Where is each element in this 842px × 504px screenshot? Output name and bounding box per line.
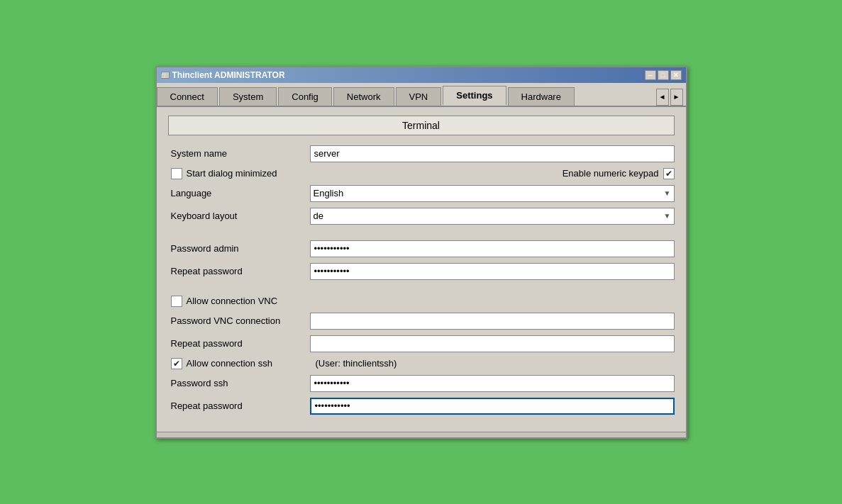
- tab-settings[interactable]: Settings: [443, 86, 506, 106]
- language-value: English: [314, 188, 664, 198]
- allow-ssh-label: Allow connection ssh: [187, 358, 272, 369]
- minimize-button[interactable]: ─: [645, 70, 656, 80]
- close-button[interactable]: ✕: [670, 70, 682, 80]
- tab-next-button[interactable]: ►: [670, 89, 683, 106]
- allow-vnc-label: Allow connection VNC: [187, 296, 278, 306]
- system-name-label: System name: [168, 148, 310, 159]
- keyboard-dropdown-arrow: ▼: [664, 212, 671, 220]
- tab-system[interactable]: System: [219, 87, 277, 106]
- keyboard-row: Keyboard layout de ▼: [168, 208, 675, 225]
- system-name-input[interactable]: [310, 145, 675, 162]
- allow-vnc-checkbox[interactable]: [171, 296, 182, 307]
- tab-connect[interactable]: Connect: [157, 87, 218, 106]
- enable-keypad-checkbox[interactable]: [663, 168, 675, 179]
- allow-ssh-row: Allow connection ssh (User: thinclientss…: [168, 358, 675, 369]
- language-dropdown[interactable]: English ▼: [310, 185, 675, 202]
- tab-network[interactable]: Network: [333, 87, 394, 106]
- repeat-password-row: Repeat password: [168, 263, 675, 280]
- tab-vpn[interactable]: VPN: [396, 87, 442, 106]
- tab-bar: Connect System Config Network VPN Settin…: [157, 83, 686, 107]
- repeat-password-vnc-input[interactable]: [310, 335, 675, 352]
- repeat-password-vnc-label: Repeat password: [168, 338, 310, 349]
- content-area: Terminal System name Start dialog minimi…: [157, 107, 686, 432]
- ssh-user-note: (User: thinclientssh): [316, 358, 397, 369]
- maximize-button[interactable]: □: [658, 70, 669, 80]
- password-ssh-label: Password ssh: [168, 378, 310, 388]
- start-dialog-label: Start dialog minimized: [187, 168, 277, 179]
- language-label: Language: [168, 188, 310, 198]
- repeat-password-vnc-row: Repeat password: [168, 335, 675, 352]
- title-bar-left: □ Thinclient ADMINISTRATOR: [161, 70, 285, 80]
- repeat-password-label: Repeat password: [168, 266, 310, 276]
- password-ssh-input[interactable]: [310, 375, 675, 392]
- password-admin-label: Password admin: [168, 243, 310, 254]
- tab-prev-button[interactable]: ◄: [656, 89, 669, 106]
- start-dialog-checkbox[interactable]: [171, 168, 182, 179]
- title-bar-controls: ─ □ ✕: [645, 70, 682, 80]
- main-window: □ Thinclient ADMINISTRATOR ─ □ ✕ Connect…: [155, 66, 687, 439]
- window-icon: □: [161, 72, 170, 79]
- allow-ssh-checkbox[interactable]: [171, 358, 182, 369]
- enable-keypad-label: Enable numeric keypad: [563, 168, 659, 179]
- start-dialog-group: Start dialog minimized: [168, 168, 310, 179]
- tab-config[interactable]: Config: [278, 87, 332, 106]
- password-vnc-label: Password VNC connection: [168, 315, 310, 326]
- title-bar: □ Thinclient ADMINISTRATOR ─ □ ✕: [157, 67, 686, 83]
- password-vnc-row: Password VNC connection: [168, 313, 675, 330]
- tab-nav: ◄ ►: [656, 89, 686, 106]
- section-title: Terminal: [168, 116, 675, 135]
- password-admin-input[interactable]: [310, 240, 675, 257]
- dialog-keypad-row: Start dialog minimized Enable numeric ke…: [168, 168, 675, 179]
- window-title: Thinclient ADMINISTRATOR: [172, 70, 285, 80]
- language-dropdown-arrow: ▼: [664, 189, 671, 197]
- password-admin-row: Password admin: [168, 240, 675, 257]
- allow-vnc-group: Allow connection VNC: [168, 296, 310, 307]
- keyboard-dropdown[interactable]: de ▼: [310, 208, 675, 225]
- password-ssh-row: Password ssh: [168, 375, 675, 392]
- keyboard-label: Keyboard layout: [168, 211, 310, 221]
- tab-hardware[interactable]: Hardware: [508, 87, 575, 106]
- password-vnc-input[interactable]: [310, 313, 675, 330]
- repeat-password-ssh-label: Repeat password: [168, 401, 310, 411]
- language-row: Language English ▼: [168, 185, 675, 202]
- keyboard-value: de: [314, 211, 664, 221]
- allow-vnc-row: Allow connection VNC: [168, 296, 675, 307]
- bottom-bar: [157, 432, 686, 437]
- system-name-row: System name: [168, 145, 675, 162]
- repeat-password-ssh-input[interactable]: [310, 398, 675, 415]
- repeat-password-input[interactable]: [310, 263, 675, 280]
- allow-ssh-group: Allow connection ssh: [168, 358, 310, 369]
- repeat-password-ssh-row: Repeat password: [168, 398, 675, 415]
